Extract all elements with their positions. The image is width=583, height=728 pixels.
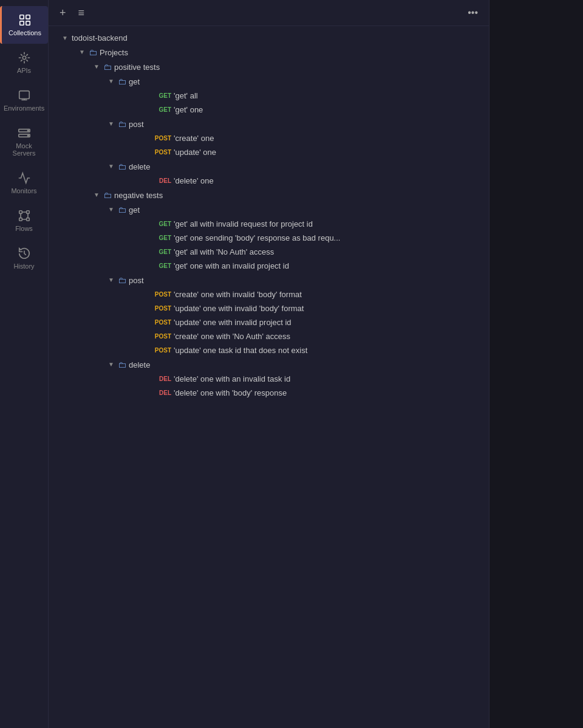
request-update-one-label: 'update' one bbox=[174, 148, 216, 157]
positive-get-label: get bbox=[129, 77, 140, 86]
sidebar-item-monitors-label: Monitors bbox=[11, 187, 36, 194]
method-badge-get: GET bbox=[152, 92, 171, 99]
request-update-invalid-proj-id-label: 'update' one with invalid project id bbox=[174, 318, 292, 327]
request-create-invalid-body[interactable]: POST 'create' one with invalid 'body' fo… bbox=[49, 287, 489, 301]
method-badge-get-3: GET bbox=[152, 221, 171, 227]
request-get-invalid-project-id[interactable]: GET 'get' all with invalid request for p… bbox=[49, 217, 489, 231]
sidebar-item-flows-label: Flows bbox=[15, 225, 33, 232]
request-get-invalid-project-id-label: 'get' all with invalid request for proje… bbox=[174, 219, 313, 228]
sidebar-item-environments[interactable]: Environments bbox=[0, 81, 48, 119]
svg-point-4 bbox=[22, 56, 26, 60]
negative-delete-label: delete bbox=[129, 360, 150, 369]
folder-negative-tests[interactable]: ▼ 🗀 negative tests bbox=[49, 188, 489, 202]
folder-positive-post[interactable]: ▼ 🗀 post bbox=[49, 117, 489, 131]
sidebar-item-monitors[interactable]: Monitors bbox=[0, 164, 48, 202]
request-create-no-auth-label: 'create' one with 'No Auth' access bbox=[174, 332, 290, 341]
method-badge-get-2: GET bbox=[152, 106, 171, 113]
method-badge-post-7: POST bbox=[152, 347, 171, 354]
positive-tests-folder-icon: 🗀 bbox=[103, 62, 112, 72]
sidebar-item-history-label: History bbox=[13, 263, 34, 270]
svg-rect-13 bbox=[26, 218, 29, 221]
main-panel: + ≡ ••• ▼ todoist-backend ▼ 🗀 Projects ▼… bbox=[49, 0, 489, 728]
request-update-invalid-body[interactable]: POST 'update' one with invalid 'body' fo… bbox=[49, 301, 489, 315]
request-delete-invalid-task-id[interactable]: DEL 'delete' one with an invalid task id bbox=[49, 372, 489, 386]
sidebar-item-mock-servers[interactable]: Mock Servers bbox=[0, 119, 48, 164]
svg-point-9 bbox=[27, 135, 29, 136]
request-update-invalid-body-label: 'update' one with invalid 'body' format bbox=[174, 304, 304, 313]
request-update-task-not-exist[interactable]: POST 'update' one task id that does not … bbox=[49, 343, 489, 357]
positive-get-folder-icon: 🗀 bbox=[118, 77, 126, 86]
folder-negative-delete[interactable]: ▼ 🗀 delete bbox=[49, 357, 489, 372]
root-chevron: ▼ bbox=[61, 34, 69, 43]
request-get-one[interactable]: GET 'get' one bbox=[49, 103, 489, 117]
collections-icon bbox=[18, 13, 32, 27]
request-delete-invalid-task-id-label: 'delete' one with an invalid task id bbox=[174, 374, 290, 383]
svg-rect-0 bbox=[20, 15, 24, 19]
positive-delete-label: delete bbox=[129, 162, 150, 171]
folder-positive-get[interactable]: ▼ 🗀 get bbox=[49, 74, 489, 89]
request-update-one[interactable]: POST 'update' one bbox=[49, 145, 489, 159]
sidebar-item-collections-label: Collections bbox=[9, 29, 41, 36]
right-panel bbox=[489, 0, 583, 728]
request-get-no-auth[interactable]: GET 'get' all with 'No Auth' access bbox=[49, 245, 489, 259]
request-delete-one[interactable]: DEL 'delete' one bbox=[49, 174, 489, 188]
request-get-all[interactable]: GET 'get' all bbox=[49, 89, 489, 103]
add-button[interactable]: + bbox=[56, 5, 70, 21]
positive-post-chevron: ▼ bbox=[107, 120, 115, 128]
method-badge-del: DEL bbox=[152, 177, 171, 184]
folder-projects[interactable]: ▼ 🗀 Projects bbox=[49, 45, 489, 60]
request-delete-body-response[interactable]: DEL 'delete' one with 'body' response bbox=[49, 386, 489, 400]
svg-rect-10 bbox=[19, 211, 22, 214]
svg-point-8 bbox=[27, 130, 29, 131]
sidebar-item-apis[interactable]: APIs bbox=[0, 44, 48, 81]
folder-negative-post[interactable]: ▼ 🗀 post bbox=[49, 273, 489, 287]
tree-root[interactable]: ▼ todoist-backend bbox=[49, 31, 489, 45]
negative-tests-chevron: ▼ bbox=[92, 191, 101, 199]
sidebar-item-flows[interactable]: Flows bbox=[0, 202, 48, 239]
positive-delete-chevron: ▼ bbox=[107, 162, 115, 171]
positive-delete-folder-icon: 🗀 bbox=[118, 162, 126, 171]
sidebar: Collections APIs Environments Mock Serve… bbox=[0, 0, 49, 728]
request-update-invalid-proj-id[interactable]: POST 'update' one with invalid project i… bbox=[49, 315, 489, 329]
folder-positive-delete[interactable]: ▼ 🗀 delete bbox=[49, 159, 489, 174]
monitors-icon bbox=[18, 171, 31, 185]
method-badge-get-4: GET bbox=[152, 235, 171, 241]
more-button[interactable]: ••• bbox=[464, 5, 482, 21]
request-get-bad-body-label: 'get' one sending 'body' response as bad… bbox=[174, 233, 340, 242]
request-create-one[interactable]: POST 'create' one bbox=[49, 131, 489, 145]
svg-rect-5 bbox=[19, 91, 29, 99]
negative-post-folder-icon: 🗀 bbox=[118, 275, 126, 285]
history-icon bbox=[18, 247, 31, 260]
svg-rect-11 bbox=[26, 211, 29, 214]
svg-rect-1 bbox=[26, 15, 30, 19]
filter-button[interactable]: ≡ bbox=[75, 5, 89, 21]
method-badge-del-2: DEL bbox=[152, 376, 171, 382]
search-input[interactable] bbox=[93, 6, 459, 20]
positive-tests-chevron: ▼ bbox=[92, 63, 101, 71]
projects-folder-icon: 🗀 bbox=[89, 47, 97, 57]
request-get-one-label: 'get' one bbox=[174, 105, 203, 114]
collections-tree: ▼ todoist-backend ▼ 🗀 Projects ▼ 🗀 posit… bbox=[49, 26, 489, 728]
request-create-invalid-body-label: 'create' one with invalid 'body' format bbox=[174, 290, 302, 299]
request-get-invalid-proj-id-2[interactable]: GET 'get' one with an invalid project id bbox=[49, 259, 489, 273]
request-get-all-label: 'get' all bbox=[174, 91, 198, 100]
request-get-no-auth-label: 'get' all with 'No Auth' access bbox=[174, 247, 274, 256]
negative-get-chevron: ▼ bbox=[107, 205, 115, 214]
request-get-bad-body[interactable]: GET 'get' one sending 'body' response as… bbox=[49, 231, 489, 245]
toolbar: + ≡ ••• bbox=[49, 0, 489, 26]
positive-post-label: post bbox=[129, 120, 144, 129]
method-badge-post-2: POST bbox=[152, 149, 171, 156]
root-label: todoist-backend bbox=[72, 33, 128, 43]
folder-positive-tests[interactable]: ▼ 🗀 positive tests bbox=[49, 60, 489, 74]
folder-negative-get[interactable]: ▼ 🗀 get bbox=[49, 202, 489, 217]
environments-icon bbox=[18, 89, 31, 102]
negative-delete-chevron: ▼ bbox=[107, 360, 115, 369]
sidebar-item-collections[interactable]: Collections bbox=[0, 6, 48, 44]
sidebar-item-history[interactable]: History bbox=[0, 239, 48, 277]
positive-get-chevron: ▼ bbox=[107, 77, 115, 86]
method-badge-post: POST bbox=[152, 135, 171, 142]
flows-icon bbox=[18, 209, 31, 222]
projects-label: Projects bbox=[100, 48, 128, 57]
negative-post-chevron: ▼ bbox=[107, 276, 115, 284]
request-create-no-auth[interactable]: POST 'create' one with 'No Auth' access bbox=[49, 329, 489, 343]
